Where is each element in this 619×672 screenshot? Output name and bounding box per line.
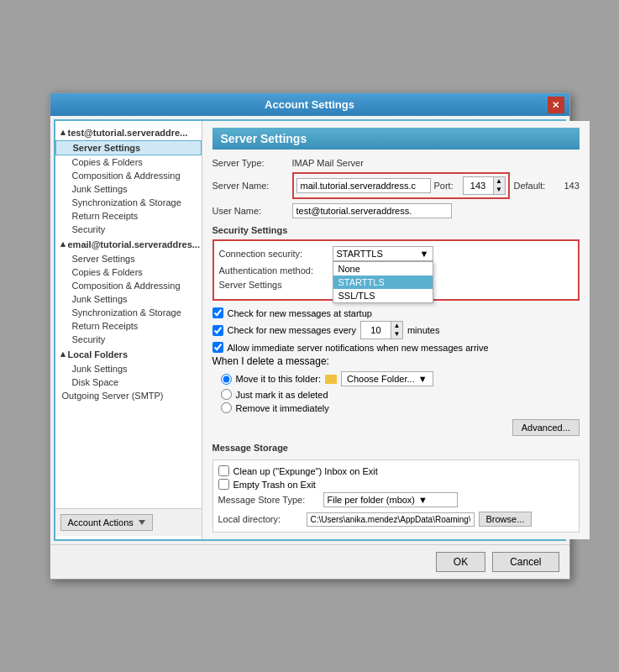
local-dir-input[interactable]	[307, 512, 475, 527]
cancel-button[interactable]: Cancel	[492, 552, 559, 572]
sidebar-item-security-1[interactable]: Security	[55, 223, 202, 236]
sidebar-item-receipts-1[interactable]: Return Receipts	[55, 209, 202, 223]
interval-input[interactable]	[361, 324, 391, 336]
sidebar-item-junk-1[interactable]: Junk Settings	[55, 182, 202, 196]
empty-trash-row: Empty Trash on Exit	[218, 479, 574, 490]
account1-name: test@tutorial.serveraddre...	[68, 128, 188, 138]
check-new-messages-row: Check for new messages at startup	[212, 307, 580, 318]
sidebar-item-junk-local[interactable]: Junk Settings	[55, 362, 202, 375]
store-type-label: Message Store Type:	[218, 495, 319, 505]
interval-down[interactable]: ▼	[391, 330, 402, 339]
default-value: 143	[564, 181, 580, 191]
port-spinner[interactable]: ▲ ▼	[463, 176, 506, 195]
remove-immediately-row: Remove it immediately	[221, 402, 580, 413]
sidebar-item-composition-2[interactable]: Composition & Addressing	[55, 279, 202, 292]
check-every-row: Check for new messages every ▲ ▼ minutes	[212, 321, 580, 339]
folder-choice-arrow: ▼	[418, 374, 428, 384]
auth-method-label: Authentication method:	[219, 265, 328, 276]
store-type-arrow: ▼	[418, 495, 428, 505]
port-up[interactable]: ▲	[493, 177, 505, 186]
move-to-folder-row: Move it to this folder: Choose Folder...…	[221, 371, 580, 386]
port-arrows: ▲ ▼	[493, 177, 505, 194]
sidebar-item-security-2[interactable]: Security	[55, 333, 202, 346]
account2-triangle: ▴	[60, 239, 66, 249]
browse-button[interactable]: Browse...	[479, 512, 532, 527]
store-type-dropdown[interactable]: File per folder (mbox) ▼	[323, 492, 458, 507]
allow-immediate-checkbox[interactable]	[212, 342, 223, 353]
server-name-row: Server Name: Port: ▲ ▼ Defau	[212, 172, 580, 199]
remove-immediately-label: Remove it immediately	[236, 403, 329, 413]
remove-immediately-radio[interactable]	[221, 402, 232, 413]
local-folders-header[interactable]: ▴ Local Folders	[55, 346, 202, 362]
account1-header[interactable]: ▴ test@tutorial.serveraddre...	[55, 124, 202, 140]
account-actions-button[interactable]: Account Actions	[60, 514, 153, 531]
username-label: User Name:	[212, 206, 288, 216]
account1-triangle: ▴	[60, 127, 66, 138]
port-input[interactable]	[464, 180, 493, 192]
server-name-input[interactable]	[296, 178, 431, 193]
ok-button[interactable]: OK	[436, 552, 485, 572]
sidebar-item-copies-2[interactable]: Copies & Folders	[55, 265, 202, 279]
allow-immediate-label: Allow immediate server notifications whe…	[228, 343, 489, 353]
check-every-checkbox[interactable]	[212, 325, 223, 336]
message-storage-box: Clean up ("Expunge") Inbox on Exit Empty…	[212, 459, 580, 533]
delete-message-options: Move it to this folder: Choose Folder...…	[221, 371, 580, 413]
interval-arrows: ▲ ▼	[391, 322, 402, 339]
security-section-header: Security Settings	[212, 225, 580, 235]
sidebar-item-sync-1[interactable]: Synchronization & Storage	[55, 196, 202, 209]
advanced-button[interactable]: Advanced...	[512, 419, 580, 436]
empty-trash-label: Empty Trash on Exit	[233, 480, 316, 490]
server-type-value: IMAP Mail Server	[292, 158, 364, 168]
check-every-label: Check for new messages every	[228, 325, 356, 335]
panel-title: Server Settings	[212, 128, 580, 150]
sidebar: ▴ test@tutorial.serveraddre... Server Se…	[55, 121, 202, 539]
local-dir-label: Local directory:	[218, 514, 302, 524]
server-settings-sub-label: Server Settings	[219, 280, 328, 290]
dropdown-display[interactable]: STARTTLS ▼	[333, 246, 433, 261]
account-settings-window: Account Settings ✕ ▴ test@tutorial.serve…	[50, 92, 570, 580]
sidebar-item-sync-2[interactable]: Synchronization & Storage	[55, 306, 202, 319]
sidebar-item-junk-2[interactable]: Junk Settings	[55, 292, 202, 306]
window-title: Account Settings	[265, 98, 354, 111]
title-bar: Account Settings ✕	[50, 93, 569, 116]
sidebar-item-disk-space[interactable]: Disk Space	[55, 375, 202, 389]
sidebar-item-composition-1[interactable]: Composition & Addressing	[55, 169, 202, 182]
allow-immediate-row: Allow immediate server notifications whe…	[212, 342, 580, 353]
sidebar-item-outgoing[interactable]: Outgoing Server (SMTP)	[55, 389, 202, 402]
move-to-folder-label: Move it to this folder:	[236, 374, 322, 384]
port-down[interactable]: ▼	[493, 186, 505, 194]
local-folders-triangle: ▴	[60, 349, 66, 360]
server-type-row: Server Type: IMAP Mail Server	[212, 158, 580, 168]
main-content: ▴ test@tutorial.serveraddre... Server Se…	[54, 119, 566, 541]
close-button[interactable]: ✕	[548, 97, 564, 113]
option-starttls[interactable]: STARTTLS	[333, 276, 433, 289]
account2-header[interactable]: ▴ email@tutorial.serveraddres...	[55, 236, 202, 252]
empty-trash-checkbox[interactable]	[218, 479, 229, 490]
sidebar-item-receipts-2[interactable]: Return Receipts	[55, 319, 202, 333]
just-mark-row: Just mark it as deleted	[221, 389, 580, 400]
connection-security-dropdown[interactable]: STARTTLS ▼ None STARTTLS SSL/TLS	[333, 246, 433, 261]
cleanup-checkbox[interactable]	[218, 465, 229, 476]
folder-icon	[325, 375, 337, 384]
check-new-messages-checkbox[interactable]	[212, 307, 223, 318]
sidebar-item-server-settings-1[interactable]: Server Settings	[55, 140, 202, 155]
interval-up[interactable]: ▲	[391, 322, 402, 330]
just-mark-radio[interactable]	[221, 389, 232, 400]
interval-spinner[interactable]: ▲ ▼	[360, 321, 403, 339]
sidebar-item-copies-1[interactable]: Copies & Folders	[55, 155, 202, 169]
account-actions-bar: Account Actions	[55, 508, 202, 536]
folder-dropdown[interactable]: Choose Folder... ▼	[341, 371, 433, 386]
folder-choice-label: Choose Folder...	[347, 374, 415, 384]
store-type-value: File per folder (mbox)	[328, 495, 416, 505]
bottom-buttons: OK Cancel	[50, 544, 569, 579]
connection-security-label: Connection security:	[219, 249, 328, 259]
dropdown-arrow: ▼	[420, 249, 429, 259]
option-ssltls[interactable]: SSL/TLS	[333, 289, 433, 302]
local-dir-row: Local directory: Browse...	[218, 512, 574, 527]
move-to-folder-radio[interactable]	[221, 374, 232, 385]
just-mark-label: Just mark it as deleted	[236, 390, 328, 400]
option-none[interactable]: None	[333, 262, 433, 276]
username-row: User Name:	[212, 203, 580, 218]
username-input[interactable]	[292, 203, 452, 218]
sidebar-item-server-settings-2[interactable]: Server Settings	[55, 252, 202, 265]
